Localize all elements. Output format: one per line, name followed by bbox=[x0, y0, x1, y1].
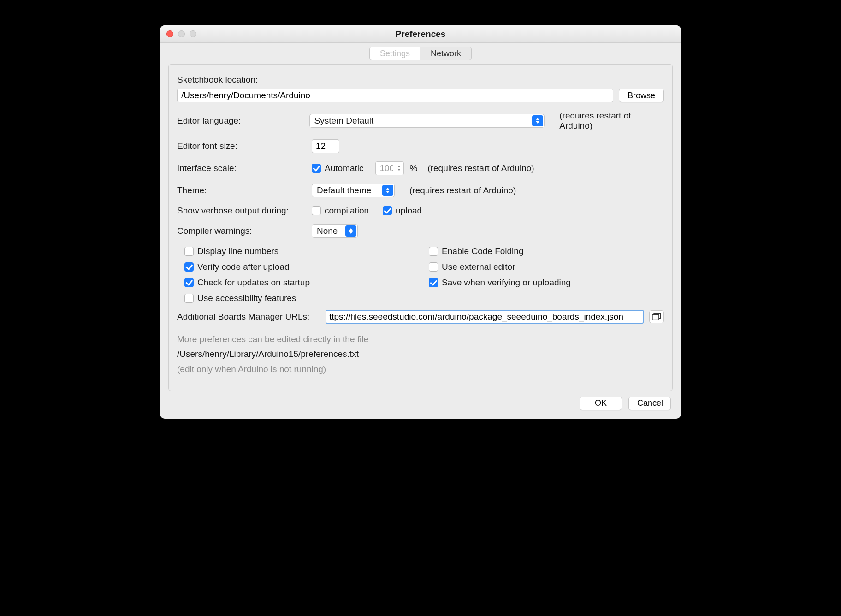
external-editor-text: Use external editor bbox=[442, 262, 515, 272]
tab-settings[interactable]: Settings bbox=[370, 47, 420, 60]
tabs: Settings Network bbox=[369, 47, 472, 60]
verbose-label: Show verbose output during: bbox=[177, 206, 306, 216]
boards-urls-label: Additional Boards Manager URLs: bbox=[177, 312, 320, 322]
verify-after-upload-text: Verify code after upload bbox=[197, 262, 290, 272]
verbose-compilation-text: compilation bbox=[325, 206, 369, 216]
verbose-upload-checkbox[interactable] bbox=[383, 206, 392, 215]
editor-language-select[interactable]: System Default bbox=[309, 114, 545, 128]
accessibility-text: Use accessibility features bbox=[197, 293, 296, 303]
settings-panel: Sketchbook location: Browse Editor langu… bbox=[168, 64, 673, 391]
save-on-verify-checkbox[interactable] bbox=[429, 278, 438, 287]
font-size-label: Editor font size: bbox=[177, 141, 306, 151]
interface-scale-label: Interface scale: bbox=[177, 163, 306, 173]
code-folding-checkbox[interactable] bbox=[429, 247, 438, 256]
chevrons-icon bbox=[382, 185, 393, 196]
theme-label: Theme: bbox=[177, 185, 306, 195]
svg-rect-1 bbox=[652, 315, 659, 320]
expand-urls-button[interactable] bbox=[649, 310, 664, 323]
code-folding-text: Enable Code Folding bbox=[442, 246, 523, 256]
font-size-field[interactable] bbox=[312, 139, 339, 153]
tab-network[interactable]: Network bbox=[420, 47, 471, 60]
titlebar: Preferences bbox=[160, 25, 681, 43]
theme-select[interactable]: Default theme bbox=[312, 184, 395, 197]
automatic-scale-checkbox[interactable] bbox=[312, 164, 321, 173]
automatic-scale-text: Automatic bbox=[325, 163, 363, 173]
browse-button[interactable]: Browse bbox=[619, 89, 664, 102]
preferences-file-path[interactable]: /Users/henry/Library/Arduino15/preferenc… bbox=[177, 347, 664, 361]
theme-hint: (requires restart of Arduino) bbox=[409, 185, 516, 195]
sketchbook-location-field[interactable] bbox=[177, 89, 613, 102]
compiler-warnings-label: Compiler warnings: bbox=[177, 226, 306, 236]
sketchbook-label: Sketchbook location: bbox=[177, 75, 306, 85]
stepper-icon[interactable]: ▲▼ bbox=[395, 162, 403, 174]
ok-button[interactable]: OK bbox=[580, 397, 622, 410]
boards-urls-field[interactable] bbox=[326, 310, 644, 324]
display-line-numbers-checkbox[interactable] bbox=[184, 247, 194, 256]
traffic-lights bbox=[166, 30, 196, 37]
chevrons-icon bbox=[345, 225, 356, 237]
zoom-icon bbox=[190, 30, 196, 37]
compiler-warnings-select[interactable]: None bbox=[312, 224, 358, 238]
verbose-compilation-checkbox[interactable] bbox=[312, 206, 321, 215]
tabs-row: Settings Network bbox=[160, 43, 681, 60]
scale-hint: (requires restart of Arduino) bbox=[427, 163, 534, 173]
footnote-line3: (edit only when Arduino is not running) bbox=[177, 362, 664, 377]
preferences-window: Preferences Settings Network Sketchbook … bbox=[160, 25, 681, 419]
percent-sign: % bbox=[409, 163, 417, 173]
editor-language-label: Editor language: bbox=[177, 116, 304, 126]
editor-language-hint: (requires restart of Arduino) bbox=[559, 111, 664, 131]
accessibility-checkbox[interactable] bbox=[184, 294, 194, 303]
close-icon[interactable] bbox=[166, 30, 173, 37]
minimize-icon bbox=[178, 30, 185, 37]
options-grid: Display line numbers Enable Code Folding… bbox=[184, 246, 664, 303]
compiler-warnings-value: None bbox=[317, 226, 338, 236]
verify-after-upload-checkbox[interactable] bbox=[184, 262, 194, 272]
cancel-button[interactable]: Cancel bbox=[628, 397, 671, 410]
verbose-upload-text: upload bbox=[396, 206, 422, 216]
dialog-footer: OK Cancel bbox=[160, 391, 681, 419]
editor-language-value: System Default bbox=[314, 116, 374, 126]
save-on-verify-text: Save when verifying or uploading bbox=[442, 278, 571, 288]
external-editor-checkbox[interactable] bbox=[429, 262, 438, 272]
footnote-line1: More preferences can be edited directly … bbox=[177, 332, 664, 347]
check-updates-text: Check for updates on startup bbox=[197, 278, 310, 288]
footnote: More preferences can be edited directly … bbox=[177, 332, 664, 377]
window-stack-icon bbox=[652, 313, 661, 321]
check-updates-checkbox[interactable] bbox=[184, 278, 194, 287]
display-line-numbers-text: Display line numbers bbox=[197, 246, 278, 256]
chevrons-icon bbox=[532, 115, 543, 126]
theme-value: Default theme bbox=[317, 185, 371, 195]
window-title: Preferences bbox=[160, 29, 681, 39]
